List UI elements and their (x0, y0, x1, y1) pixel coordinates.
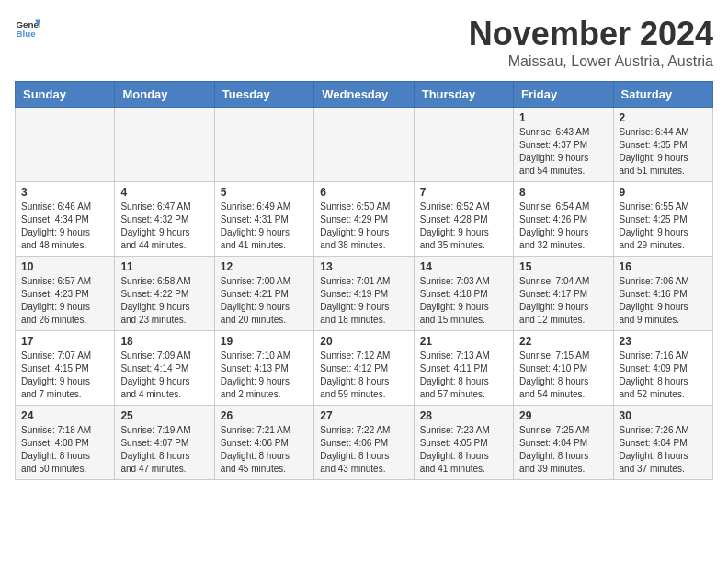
calendar-cell: 1Sunrise: 6:43 AMSunset: 4:37 PMDaylight… (514, 108, 613, 182)
calendar-cell: 28Sunrise: 7:23 AMSunset: 4:05 PMDayligh… (414, 406, 513, 480)
calendar-cell: 8Sunrise: 6:54 AMSunset: 4:26 PMDaylight… (514, 182, 613, 257)
calendar-cell: 9Sunrise: 6:55 AMSunset: 4:25 PMDaylight… (613, 182, 712, 257)
day-of-week-header: Saturday (613, 82, 712, 108)
day-number: 4 (120, 186, 208, 199)
calendar-cell: 4Sunrise: 6:47 AMSunset: 4:32 PMDaylight… (115, 182, 214, 257)
day-number: 10 (21, 260, 108, 273)
day-number: 21 (420, 335, 507, 348)
calendar-cell: 18Sunrise: 7:09 AMSunset: 4:14 PMDayligh… (115, 331, 214, 406)
calendar-cell: 3Sunrise: 6:46 AMSunset: 4:34 PMDaylight… (16, 182, 115, 257)
calendar-body: 1Sunrise: 6:43 AMSunset: 4:37 PMDaylight… (16, 108, 713, 480)
day-info: Sunrise: 7:13 AMSunset: 4:11 PMDaylight:… (420, 350, 507, 401)
calendar: SundayMondayTuesdayWednesdayThursdayFrid… (15, 81, 713, 480)
day-info: Sunrise: 7:07 AMSunset: 4:15 PMDaylight:… (21, 350, 108, 401)
title-area: November 2024 Maissau, Lower Austria, Au… (469, 15, 713, 70)
day-info: Sunrise: 6:46 AMSunset: 4:34 PMDaylight:… (21, 201, 108, 252)
day-number: 18 (120, 335, 208, 348)
day-number: 9 (620, 186, 707, 199)
calendar-cell: 16Sunrise: 7:06 AMSunset: 4:16 PMDayligh… (613, 257, 712, 331)
logo-icon: General Blue (15, 15, 40, 40)
day-number: 14 (420, 260, 507, 273)
day-of-week-header: Wednesday (314, 82, 414, 108)
calendar-cell (115, 108, 214, 182)
day-info: Sunrise: 7:15 AMSunset: 4:10 PMDaylight:… (519, 350, 607, 401)
day-number: 11 (120, 260, 208, 273)
day-number: 6 (320, 186, 407, 199)
day-of-week-header: Friday (514, 82, 613, 108)
location-title: Maissau, Lower Austria, Austria (469, 53, 713, 70)
calendar-cell: 20Sunrise: 7:12 AMSunset: 4:12 PMDayligh… (314, 331, 414, 406)
day-info: Sunrise: 6:47 AMSunset: 4:32 PMDaylight:… (120, 201, 208, 252)
day-info: Sunrise: 6:55 AMSunset: 4:25 PMDaylight:… (620, 201, 707, 252)
calendar-week-row: 1Sunrise: 6:43 AMSunset: 4:37 PMDaylight… (16, 108, 713, 182)
day-info: Sunrise: 7:25 AMSunset: 4:04 PMDaylight:… (519, 424, 607, 476)
day-number: 5 (221, 186, 308, 199)
day-info: Sunrise: 7:22 AMSunset: 4:06 PMDaylight:… (320, 424, 407, 476)
calendar-cell (16, 108, 115, 182)
calendar-cell: 30Sunrise: 7:26 AMSunset: 4:04 PMDayligh… (613, 406, 712, 480)
day-info: Sunrise: 6:43 AMSunset: 4:37 PMDaylight:… (519, 126, 607, 178)
calendar-cell: 29Sunrise: 7:25 AMSunset: 4:04 PMDayligh… (514, 406, 613, 480)
day-of-week-header: Monday (115, 82, 214, 108)
day-info: Sunrise: 7:19 AMSunset: 4:07 PMDaylight:… (120, 424, 208, 476)
day-of-week-header: Sunday (16, 82, 115, 108)
day-info: Sunrise: 7:04 AMSunset: 4:17 PMDaylight:… (519, 275, 607, 327)
day-number: 27 (320, 409, 407, 422)
day-number: 17 (21, 335, 108, 348)
day-info: Sunrise: 7:18 AMSunset: 4:08 PMDaylight:… (21, 424, 108, 476)
calendar-cell: 21Sunrise: 7:13 AMSunset: 4:11 PMDayligh… (414, 331, 513, 406)
day-info: Sunrise: 7:23 AMSunset: 4:05 PMDaylight:… (420, 424, 507, 476)
calendar-week-row: 3Sunrise: 6:46 AMSunset: 4:34 PMDaylight… (16, 182, 713, 257)
day-info: Sunrise: 7:00 AMSunset: 4:21 PMDaylight:… (221, 275, 308, 327)
calendar-cell: 19Sunrise: 7:10 AMSunset: 4:13 PMDayligh… (214, 331, 313, 406)
day-number: 7 (420, 186, 507, 199)
day-info: Sunrise: 7:01 AMSunset: 4:19 PMDaylight:… (320, 275, 407, 327)
calendar-cell: 23Sunrise: 7:16 AMSunset: 4:09 PMDayligh… (613, 331, 712, 406)
day-number: 24 (21, 409, 108, 422)
calendar-cell: 11Sunrise: 6:58 AMSunset: 4:22 PMDayligh… (115, 257, 214, 331)
header: General Blue November 2024 Maissau, Lowe… (15, 15, 713, 70)
calendar-week-row: 10Sunrise: 6:57 AMSunset: 4:23 PMDayligh… (16, 257, 713, 331)
day-of-week-header: Tuesday (214, 82, 313, 108)
calendar-cell: 10Sunrise: 6:57 AMSunset: 4:23 PMDayligh… (16, 257, 115, 331)
calendar-cell: 17Sunrise: 7:07 AMSunset: 4:15 PMDayligh… (16, 331, 115, 406)
day-info: Sunrise: 7:16 AMSunset: 4:09 PMDaylight:… (620, 350, 707, 401)
day-info: Sunrise: 7:12 AMSunset: 4:12 PMDaylight:… (320, 350, 407, 401)
day-number: 22 (519, 335, 607, 348)
calendar-cell: 26Sunrise: 7:21 AMSunset: 4:06 PMDayligh… (214, 406, 313, 480)
calendar-cell (214, 108, 313, 182)
day-info: Sunrise: 7:21 AMSunset: 4:06 PMDaylight:… (221, 424, 308, 476)
day-info: Sunrise: 6:50 AMSunset: 4:29 PMDaylight:… (320, 201, 407, 252)
calendar-cell: 6Sunrise: 6:50 AMSunset: 4:29 PMDaylight… (314, 182, 414, 257)
day-info: Sunrise: 7:06 AMSunset: 4:16 PMDaylight:… (620, 275, 707, 327)
calendar-cell: 12Sunrise: 7:00 AMSunset: 4:21 PMDayligh… (214, 257, 313, 331)
calendar-cell: 22Sunrise: 7:15 AMSunset: 4:10 PMDayligh… (514, 331, 613, 406)
calendar-cell: 14Sunrise: 7:03 AMSunset: 4:18 PMDayligh… (414, 257, 513, 331)
day-number: 28 (420, 409, 507, 422)
calendar-cell: 2Sunrise: 6:44 AMSunset: 4:35 PMDaylight… (613, 108, 712, 182)
calendar-cell: 25Sunrise: 7:19 AMSunset: 4:07 PMDayligh… (115, 406, 214, 480)
day-number: 26 (221, 409, 308, 422)
calendar-cell: 5Sunrise: 6:49 AMSunset: 4:31 PMDaylight… (214, 182, 313, 257)
calendar-cell (314, 108, 414, 182)
day-number: 16 (620, 260, 707, 273)
calendar-cell: 7Sunrise: 6:52 AMSunset: 4:28 PMDaylight… (414, 182, 513, 257)
day-of-week-header: Thursday (414, 82, 513, 108)
day-info: Sunrise: 7:03 AMSunset: 4:18 PMDaylight:… (420, 275, 507, 327)
day-number: 23 (620, 335, 707, 348)
day-header-row: SundayMondayTuesdayWednesdayThursdayFrid… (16, 82, 713, 108)
day-number: 2 (620, 111, 707, 124)
day-info: Sunrise: 6:49 AMSunset: 4:31 PMDaylight:… (221, 201, 308, 252)
calendar-week-row: 24Sunrise: 7:18 AMSunset: 4:08 PMDayligh… (16, 406, 713, 480)
calendar-cell (414, 108, 513, 182)
day-number: 8 (519, 186, 607, 199)
logo: General Blue (15, 15, 40, 40)
day-number: 30 (620, 409, 707, 422)
day-info: Sunrise: 7:26 AMSunset: 4:04 PMDaylight:… (620, 424, 707, 476)
day-info: Sunrise: 6:58 AMSunset: 4:22 PMDaylight:… (120, 275, 208, 327)
day-number: 20 (320, 335, 407, 348)
day-number: 29 (519, 409, 607, 422)
day-number: 15 (519, 260, 607, 273)
svg-text:Blue: Blue (16, 29, 36, 39)
day-number: 1 (519, 111, 607, 124)
